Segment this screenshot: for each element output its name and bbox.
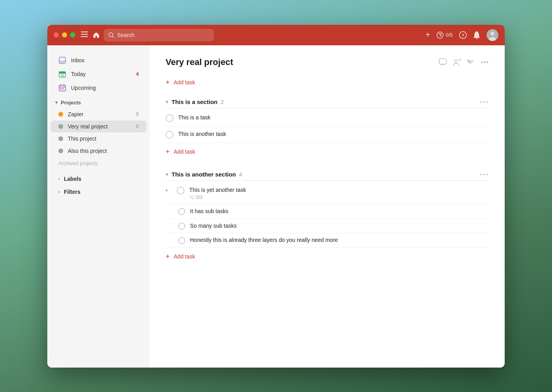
task-3-expand-chevron[interactable]: ▾ [166,188,172,193]
svg-rect-20 [60,88,62,89]
task-3-checkbox[interactable] [177,187,185,195]
subtask-row-2: So many sub tasks [166,219,489,234]
filters-header[interactable]: › Filters [50,186,147,198]
projects-section-header[interactable]: ▾ Projects [47,95,150,108]
task-1-text: This is a task [178,114,489,122]
main-panel: Very real project [150,45,505,368]
search-box[interactable]: Search [104,29,214,41]
section-1-add-plus-icon: + [166,148,170,156]
svg-rect-2 [81,36,88,37]
task-row-3-container: ▾ This is yet another task ⌥ 0/3 It ha [166,182,489,248]
section-2-more-icon[interactable]: ••• [480,171,489,178]
subtask-1-checkbox[interactable] [178,208,185,215]
today-badge: 4 [136,71,139,77]
sidebar-item-today[interactable]: 12 Today 4 [50,67,147,81]
project-label-zapier: Zapier [68,111,131,117]
labels-header[interactable]: › Labels [50,173,147,185]
subtask-2-checkbox[interactable] [178,223,185,230]
inbox-icon [58,56,66,64]
subtask-2-text: So many sub tasks [190,222,489,230]
projects-label: Projects [61,100,81,106]
task-row-3: ▾ This is yet another task ⌥ 0/3 [166,182,489,205]
task-3-content: This is yet another task ⌥ 0/3 [189,186,489,201]
project-label-very-real: Very real project [68,123,131,130]
help-icon[interactable]: ? [459,31,467,39]
subtask-row-1: It has sub tasks [166,204,489,219]
home-icon[interactable] [93,32,100,39]
svg-point-10 [490,32,494,35]
more-options-icon[interactable]: ••• [481,59,489,66]
task-2-checkbox[interactable] [166,131,173,139]
close-button[interactable] [54,32,59,37]
project-actions: ••• [438,58,489,67]
task-row-1: This is a task [166,110,489,126]
labels-label: Labels [64,176,81,182]
traffic-lights [54,32,75,37]
menu-icon[interactable] [81,32,88,39]
project-header: Very real project [166,57,489,67]
project-count-zapier: 8 [136,111,139,117]
project-count-very-real: 6 [136,123,139,129]
subtask-3-checkbox[interactable] [178,237,185,244]
avatar[interactable] [487,29,498,41]
filters-label: Filters [64,189,80,195]
section-1-chevron-icon[interactable]: ▾ [166,99,168,105]
section-1-more-icon[interactable]: ••• [480,98,489,106]
project-label-this-project: This project [68,136,139,142]
section-2-chevron-icon[interactable]: ▾ [166,171,168,177]
task-3-subtask-count: 0/3 [196,195,203,200]
maximize-button[interactable] [70,32,75,37]
sidebar-item-inbox[interactable]: Inbox [50,54,147,67]
comment-icon[interactable] [438,58,447,67]
project-dot-very-real [58,124,63,129]
project-item-very-real[interactable]: Very real project 6 [50,121,147,132]
section-2-count: 4 [239,171,242,178]
svg-rect-22 [439,59,446,64]
upcoming-icon [58,84,66,92]
project-item-also-this[interactable]: Also this project [50,145,147,157]
svg-rect-16 [59,85,65,91]
filter-icon[interactable] [467,58,476,67]
section-2-add-plus-icon: + [166,253,170,261]
section-2-title: This is another section [172,171,236,178]
svg-point-8 [476,38,477,39]
add-task-top-button[interactable]: + Add task [166,75,489,90]
task-row-2: This is another task [166,126,489,143]
section-1-add-task-button[interactable]: + Add task [166,145,489,159]
project-dot-this-project [58,136,63,141]
title-bar-right: + 0/5 ? [425,29,498,41]
search-label: Search [117,32,134,38]
inbox-label: Inbox [71,57,139,63]
add-task-button[interactable]: + [425,30,430,39]
today-label: Today [71,71,131,77]
section-2-add-task-button[interactable]: + Add task [166,249,489,264]
subtask-row-3: Honestly this is already three layers do… [166,233,489,248]
bell-icon[interactable] [473,31,480,39]
karma-badge[interactable]: 0/5 [436,32,453,39]
archived-projects-label[interactable]: Archived projects [50,157,150,169]
title-bar-icons [81,32,100,39]
task-3-text: This is yet another task [189,186,489,194]
svg-rect-0 [81,32,88,32]
upcoming-label: Upcoming [71,85,139,91]
karma-icon [436,32,444,39]
project-item-zapier[interactable]: Zapier 8 [50,108,147,120]
project-dot-zapier [58,112,63,117]
section-1-add-label: Add task [174,149,195,155]
labels-section: › Labels › Filters [47,173,150,198]
section-1: ▾ This is a section 2 ••• This is a task… [166,96,489,159]
svg-text:12: 12 [61,74,64,77]
minimize-button[interactable] [62,32,67,37]
add-person-icon[interactable] [453,58,461,67]
app-window: Search + 0/5 ? [47,25,505,368]
project-title: Very real project [166,57,438,67]
section-1-count: 2 [221,99,224,105]
project-dot-also-this [58,149,63,153]
svg-line-4 [112,36,114,37]
svg-point-23 [455,59,458,63]
search-icon [108,32,114,38]
project-item-this-project[interactable]: This project [50,133,147,145]
svg-rect-14 [59,72,65,74]
sidebar-item-upcoming[interactable]: Upcoming [50,81,147,95]
task-1-checkbox[interactable] [166,114,173,122]
